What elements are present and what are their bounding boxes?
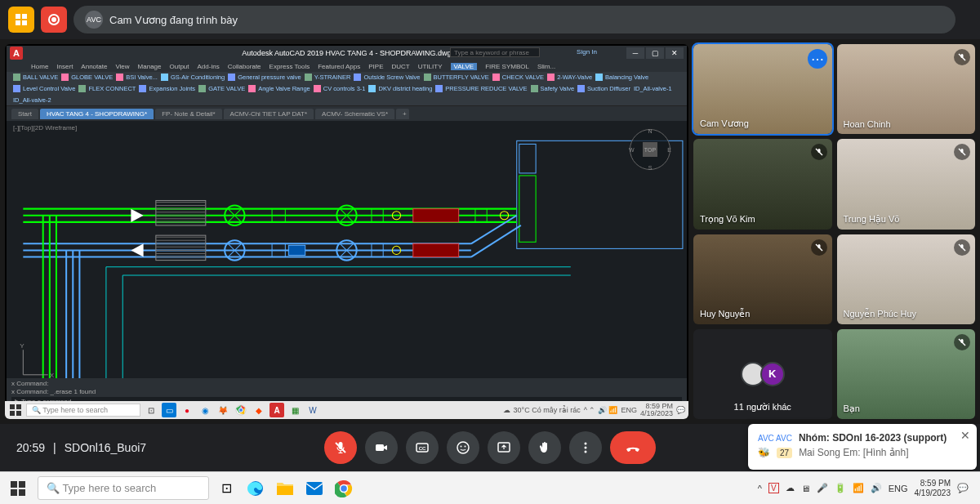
menu-item[interactable]: Manage — [138, 63, 162, 70]
taskbar-search[interactable]: 🔍 Type here to search — [38, 476, 209, 500]
ribbon-item[interactable]: BALL VALVE — [13, 74, 58, 81]
menu-item[interactable]: Insert — [56, 63, 73, 70]
firefox-icon[interactable]: 🦊 — [216, 403, 230, 417]
ribbon-item[interactable]: GATE VALVE — [198, 85, 245, 92]
task-view-icon[interactable]: ⊡ — [144, 403, 158, 417]
close-icon[interactable]: ✕ — [960, 429, 970, 442]
chrome-app-icon[interactable] — [332, 476, 356, 501]
self-tile[interactable]: Bạn — [837, 329, 976, 419]
menu-item[interactable]: Add-ins — [198, 63, 220, 70]
ribbon-item[interactable]: General pressure valve — [228, 74, 301, 81]
present-button[interactable] — [488, 431, 520, 464]
app-icon[interactable]: ◆ — [252, 403, 266, 417]
autocad-app-icon[interactable]: A — [270, 403, 284, 417]
wifi-icon[interactable]: 📶 — [853, 483, 864, 493]
chat-notification[interactable]: ✕ AVC AVC Nhóm: SDOnl 16-2023 (support) … — [748, 424, 977, 470]
tray-icon[interactable]: 🖥 — [801, 484, 810, 493]
ribbon-item[interactable]: FLEX CONNECT — [78, 85, 136, 92]
onedrive-icon[interactable]: ☁ — [786, 483, 795, 493]
participant-tile[interactable]: Trung Hậu Võ — [837, 139, 976, 229]
explorer-app-icon[interactable] — [273, 476, 297, 501]
tray-chevron-icon[interactable]: ^ — [758, 484, 762, 493]
app-icon[interactable]: ▭ — [162, 403, 176, 417]
ribbon-item[interactable]: GLOBE VALVE — [61, 74, 113, 81]
autocad-canvas[interactable]: [-][Top][2D Wireframe] — [7, 121, 687, 388]
ribbon-item[interactable]: Y-STRAINER — [305, 74, 351, 81]
task-view-button[interactable]: ⊡ — [214, 476, 238, 501]
doc-tab-add[interactable]: + — [396, 109, 409, 119]
ribbon-item[interactable]: ID_All-valve-2 — [13, 96, 51, 104]
menu-item[interactable]: Home — [31, 63, 48, 70]
menu-item-active[interactable]: VALVE — [451, 63, 478, 70]
word-icon[interactable]: W — [305, 403, 320, 417]
participant-tile[interactable]: ⋯ Cam Vương — [693, 44, 832, 134]
app-icon[interactable]: ● — [180, 403, 194, 417]
ribbon-item[interactable]: Suction Diffuser — [577, 85, 630, 92]
doc-tab[interactable]: ACMV- Schematic VS* — [315, 109, 394, 119]
participant-tile[interactable]: Huy Nguyễn — [693, 234, 832, 324]
weather-text[interactable]: 30°C Có mây rải rác — [514, 406, 581, 414]
tray-app-icon[interactable]: V — [768, 483, 779, 493]
edge-icon[interactable]: ◉ — [198, 403, 212, 417]
mic-button[interactable] — [324, 431, 357, 464]
ribbon-item[interactable]: ID_All-valve-1 — [634, 85, 672, 92]
action-center-icon[interactable]: 💬 — [957, 483, 969, 493]
maximize-button[interactable]: ▢ — [646, 47, 664, 59]
participant-tile[interactable]: Nguyễn Phúc Huy — [837, 234, 976, 324]
language-indicator[interactable]: ENG — [889, 484, 908, 493]
participant-tile[interactable]: Trọng Võ Kim — [693, 139, 832, 229]
ribbon-item[interactable]: Outside Screw Valve — [354, 74, 420, 81]
captions-button[interactable]: CC — [406, 431, 439, 464]
ribbon-item[interactable]: GS-Air Conditioning — [161, 74, 225, 81]
ribbon-item[interactable]: BUTTERFLY VALVE — [424, 74, 489, 81]
ribbon-item[interactable]: 2-WAY-Valve — [547, 74, 592, 81]
ribbon-item[interactable]: DKV district heating — [368, 85, 432, 92]
ribbon-item[interactable]: BSI Valve... — [116, 74, 158, 81]
menu-item[interactable]: Output — [170, 63, 189, 70]
view-cube[interactable]: NSEW TOP — [630, 129, 670, 170]
doc-tab[interactable]: ACMV-Chi TIET LAP DAT* — [224, 109, 314, 119]
close-button[interactable]: ✕ — [666, 47, 684, 59]
record-button[interactable] — [41, 7, 67, 33]
doc-tab-active[interactable]: HVAC TANG 4 - SHOPDRAWING* — [40, 109, 154, 119]
menu-item[interactable]: Express Tools — [270, 63, 310, 70]
mail-app-icon[interactable] — [302, 476, 327, 501]
grid-layout-button[interactable] — [8, 7, 34, 33]
excel-icon[interactable]: ▦ — [287, 403, 302, 417]
menu-item[interactable]: Featured Apps — [318, 63, 360, 70]
chrome-icon[interactable] — [234, 403, 248, 417]
edge-app-icon[interactable] — [243, 476, 268, 501]
view-cube-top[interactable]: TOP — [643, 142, 657, 157]
notification-icon[interactable]: 💬 — [676, 406, 685, 414]
menu-item[interactable]: UTILITY — [418, 63, 443, 70]
battery-icon[interactable]: 🔋 — [835, 483, 846, 493]
autocad-signin[interactable]: Sign In — [577, 48, 597, 56]
menu-item[interactable]: DUCT — [392, 63, 410, 70]
start-icon[interactable] — [8, 403, 23, 417]
volume-icon[interactable]: 🔊 — [871, 483, 882, 493]
more-icon[interactable]: ⋯ — [808, 49, 827, 69]
reactions-button[interactable] — [447, 431, 479, 464]
autocad-command-line[interactable]: x Command: x Command: _.erase 1 found ▶ … — [7, 378, 687, 403]
inner-search-input[interactable]: 🔍 Type here to search — [26, 404, 140, 417]
ribbon-item[interactable]: PRESSURE REDUCE VALVE — [435, 85, 527, 92]
leave-call-button[interactable] — [610, 431, 656, 464]
inner-lang[interactable]: ENG — [621, 406, 637, 414]
camera-button[interactable] — [365, 431, 398, 464]
autocad-search[interactable] — [450, 47, 540, 57]
ribbon-item[interactable]: Level Control Valve — [13, 85, 75, 92]
minimize-button[interactable]: ─ — [626, 47, 644, 59]
doc-tab-start[interactable]: Start — [11, 109, 38, 119]
ribbon-item[interactable]: Safety Valve — [531, 85, 575, 92]
ribbon-item[interactable]: CHECK VALVE — [492, 74, 544, 81]
menu-item[interactable]: Annotate — [81, 63, 107, 70]
ribbon-item[interactable]: Expansion Joints — [139, 85, 195, 92]
participant-tile[interactable]: Hoan Chinh — [837, 44, 976, 134]
doc-tab[interactable]: FP- Note & Detail* — [155, 109, 221, 119]
ribbon-item[interactable]: Angle Valve Range — [248, 85, 310, 92]
mic-tray-icon[interactable]: 🎤 — [817, 483, 828, 493]
menu-item[interactable]: View — [115, 63, 129, 70]
start-button[interactable] — [3, 474, 33, 503]
overflow-tile[interactable]: K 11 người khác — [693, 329, 832, 419]
raise-hand-button[interactable] — [528, 431, 561, 464]
